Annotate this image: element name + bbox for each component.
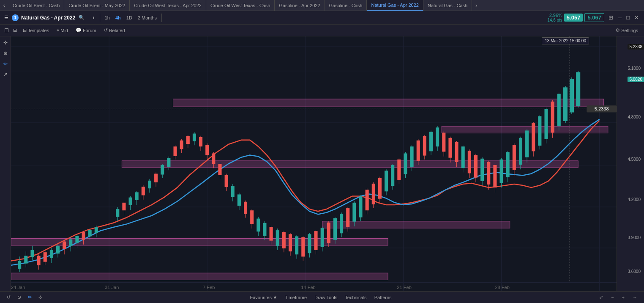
svg-text:28 Feb: 28 Feb [495,285,510,290]
add-symbol-button[interactable]: + [90,12,97,23]
crosshair-icon: ⊙ [17,295,21,300]
patterns-button[interactable]: Patterns [371,293,395,302]
checkbox-icon: ☐ [4,28,9,33]
timeframe-group: 1h 4h 1D 2 Months [102,14,159,21]
chart-area[interactable]: 13 Mar 2022 15:00:00 24 Jan 31 Jan [11,36,617,291]
crosshair-toggle[interactable]: ⊙ [14,293,25,302]
cursor-tool[interactable]: ✛ [1,38,10,47]
symbol-search-button[interactable]: 🔍 [78,12,85,23]
svg-rect-144 [404,154,407,174]
tab-crude-wti-apr[interactable]: Crude Oil West Texas - Apr 2022 [130,0,206,11]
svg-rect-21 [173,99,603,107]
svg-rect-184 [532,123,535,151]
svg-rect-34 [37,256,41,265]
tab-crude-brent-may[interactable]: Crude Oil Brent - May 2022 [64,0,130,11]
svg-rect-36 [44,252,47,262]
svg-text:24 Jan: 24 Jan [11,285,25,290]
related-button[interactable]: ↺ Related [101,26,128,35]
maximize-icon[interactable]: □ [625,14,631,22]
templates-button[interactable]: ⊟ Templates [19,26,52,35]
svg-rect-25 [11,273,388,280]
svg-rect-132 [366,190,369,210]
tf-1d[interactable]: 1D [124,14,135,21]
svg-rect-134 [372,184,375,204]
tf-4h[interactable]: 4h [113,14,123,21]
tab-nav-back[interactable]: ‹ [0,0,8,11]
bottom-bar: ↺ ⊙ ✏ ⊹ Favourites ★ Timeframe Draw Tool… [0,291,644,303]
layout-grid-icon: ⊞ [13,28,17,33]
svg-rect-62 [142,187,145,195]
layout-toggle[interactable]: ⊞ [11,25,19,36]
svg-rect-120 [327,223,330,243]
svg-rect-30 [24,256,27,263]
timeframe-button[interactable]: Timeframe [281,293,310,302]
favourites-label: Favourites [250,295,272,300]
svg-rect-154 [436,127,439,146]
pencil-tool[interactable]: ✏ [1,59,10,69]
svg-rect-170 [487,162,490,185]
price-4.2000: 4.2000 [628,197,642,202]
svg-rect-42 [63,242,66,249]
svg-rect-58 [129,198,132,205]
scroll-right-button[interactable]: → [629,293,641,302]
tab-nav-more[interactable]: › [472,0,480,11]
svg-rect-196 [570,79,574,113]
tf-1h[interactable]: 1h [102,14,112,21]
tab-natural-gas-apr[interactable]: Natural Gas - Apr 2022 [367,0,423,11]
svg-rect-192 [557,94,561,127]
price-3.9000: 3.9000 [628,235,642,240]
tab-crude-brent-cash[interactable]: Crude Oil Brent - Cash [8,0,64,11]
svg-rect-38 [50,250,53,258]
main-toolbar: ☰ 1 Natural Gas - Apr 2022 🔍 + 1h 4h 1D … [0,11,644,25]
checkbox-all[interactable]: ☐ [3,25,11,36]
arrow-tool[interactable]: ↗ [1,70,10,79]
zoom-fit-button[interactable]: ⤢ [596,293,606,302]
svg-rect-76 [186,136,190,144]
reset-view-button[interactable]: ↺ [3,293,14,302]
draw-tools-button[interactable]: Draw Tools [311,293,341,302]
zoom-out-button[interactable]: − [608,293,617,302]
price-change-display: 2.96% 14.6 pts [547,13,562,22]
hamburger-menu[interactable]: ☰ [2,12,11,23]
svg-rect-28 [18,261,21,269]
svg-rect-182 [525,130,529,157]
tf-2months[interactable]: 2 Months [135,14,159,21]
measure-button[interactable]: ⊹ [35,293,46,302]
minimize-icon[interactable]: ─ [616,14,623,22]
svg-rect-114 [308,234,311,253]
settings-button[interactable]: ⚙ Settings [612,26,641,35]
technicals-button[interactable]: Technicals [341,293,370,302]
svg-rect-138 [385,171,388,191]
zoom-in-button[interactable]: + [619,293,628,302]
close-icon[interactable]: ✕ [633,14,641,22]
crosshair-tool[interactable]: ⊕ [1,49,10,58]
symbol-number: 1 [12,14,19,21]
tab-natural-gas-cash[interactable]: Natural Gas - Cash [423,0,472,11]
tab-crude-wti-cash[interactable]: Crude Oil West Texas - Cash [206,0,275,11]
forum-button[interactable]: 💬 Forum [72,26,100,35]
svg-rect-188 [544,109,548,139]
current-price-box: 5.057 [564,14,583,22]
close-price-box: 5.067 [584,13,604,22]
svg-rect-66 [154,174,158,182]
svg-rect-54 [116,209,119,217]
mid-button[interactable]: ⌖ Mid [53,26,71,35]
svg-rect-46 [75,236,79,242]
mid-icon: ⌖ [57,28,59,33]
svg-rect-22 [122,161,578,168]
layout-icon[interactable]: ⊞ [607,14,615,22]
svg-rect-108 [289,234,292,251]
candlestick-chart: 24 Jan 31 Jan 7 Feb 14 Feb 21 Feb 28 Feb [11,36,617,291]
svg-rect-110 [295,236,298,254]
draw-mode-button[interactable]: ✏ [25,293,35,302]
svg-rect-122 [333,218,337,240]
tab-gasoline-apr[interactable]: Gasoline - Apr 2022 [275,0,325,11]
svg-rect-82 [205,145,209,155]
svg-rect-160 [455,142,458,162]
chart-container: ✛ ⊕ ✏ ↗ 13 Mar 2022 15:00:00 [0,36,644,291]
tab-gasoline-cash[interactable]: Gasoline - Cash [325,0,367,11]
svg-rect-126 [346,208,349,227]
favourites-button[interactable]: Favourites ★ [247,293,281,302]
svg-text:7 Feb: 7 Feb [203,285,215,290]
svg-rect-166 [474,155,478,178]
